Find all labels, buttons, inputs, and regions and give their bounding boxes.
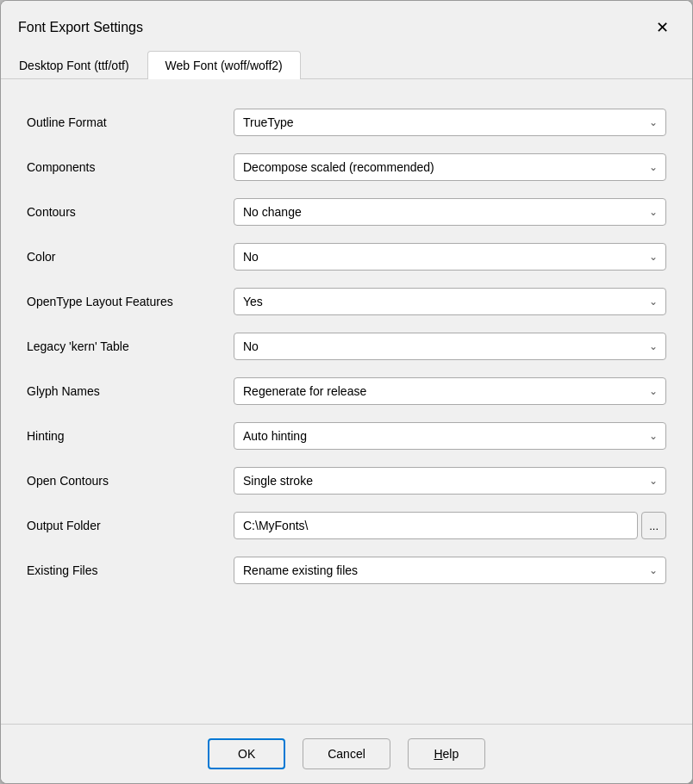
label-outline-format: Outline Format xyxy=(27,115,234,129)
form-row-existing-files: Existing Files Rename existing files Ove… xyxy=(27,548,666,593)
select-opentype-layout[interactable]: Yes No xyxy=(234,288,666,315)
dialog-footer: OK Cancel Help xyxy=(1,724,692,783)
control-existing-files: Rename existing files Overwrite Skip ⌄ xyxy=(234,557,666,584)
form-row-color: Color No Yes ⌄ xyxy=(27,234,666,279)
select-open-contours[interactable]: Single stroke Closed contours xyxy=(234,467,666,495)
control-contours: No change Convert to TrueType curves Con… xyxy=(234,198,666,226)
label-open-contours: Open Contours xyxy=(27,474,234,488)
control-outline-format: TrueType CFF CFF2 ⌄ xyxy=(234,109,666,136)
tab-desktop-font[interactable]: Desktop Font (ttf/otf) xyxy=(1,51,147,79)
select-contours[interactable]: No change Convert to TrueType curves Con… xyxy=(234,198,666,226)
form-row-hinting: Hinting Auto hinting No hinting Keep exi… xyxy=(27,414,666,458)
form-row-opentype-layout: OpenType Layout Features Yes No ⌄ xyxy=(27,279,666,324)
select-wrapper-opentype-layout: Yes No ⌄ xyxy=(234,288,666,315)
form-row-output-folder: Output Folder ... xyxy=(27,503,666,548)
control-open-contours: Single stroke Closed contours ⌄ xyxy=(234,467,666,495)
control-legacy-kern: No Yes ⌄ xyxy=(234,333,666,360)
select-glyph-names[interactable]: Regenerate for release Keep None xyxy=(234,377,666,405)
form-content: Outline Format TrueType CFF CFF2 ⌄ Compo… xyxy=(1,79,692,724)
ok-button[interactable]: OK xyxy=(208,738,285,769)
select-wrapper-outline-format: TrueType CFF CFF2 ⌄ xyxy=(234,109,666,136)
help-underline-letter: H xyxy=(434,747,442,761)
browse-button[interactable]: ... xyxy=(641,512,666,539)
dialog-title: Font Export Settings xyxy=(18,20,143,35)
output-folder-row: ... xyxy=(234,512,666,539)
select-wrapper-components: Decompose scaled (recommended) Keep Deco… xyxy=(234,153,666,181)
label-color: Color xyxy=(27,250,234,264)
output-folder-input[interactable] xyxy=(234,512,638,539)
select-wrapper-hinting: Auto hinting No hinting Keep existing ⌄ xyxy=(234,422,666,450)
label-existing-files: Existing Files xyxy=(27,563,234,577)
control-color: No Yes ⌄ xyxy=(234,243,666,271)
select-wrapper-open-contours: Single stroke Closed contours ⌄ xyxy=(234,467,666,495)
select-legacy-kern[interactable]: No Yes xyxy=(234,333,666,360)
form-row-components: Components Decompose scaled (recommended… xyxy=(27,145,666,190)
form-section: Outline Format TrueType CFF CFF2 ⌄ Compo… xyxy=(27,100,666,593)
select-hinting[interactable]: Auto hinting No hinting Keep existing xyxy=(234,422,666,450)
label-components: Components xyxy=(27,160,234,174)
control-glyph-names: Regenerate for release Keep None ⌄ xyxy=(234,377,666,405)
control-components: Decompose scaled (recommended) Keep Deco… xyxy=(234,153,666,181)
select-components[interactable]: Decompose scaled (recommended) Keep Deco… xyxy=(234,153,666,181)
select-wrapper-legacy-kern: No Yes ⌄ xyxy=(234,333,666,360)
select-wrapper-existing-files: Rename existing files Overwrite Skip ⌄ xyxy=(234,557,666,584)
label-output-folder: Output Folder xyxy=(27,519,234,532)
form-row-contours: Contours No change Convert to TrueType c… xyxy=(27,190,666,234)
dialog: Font Export Settings ✕ Desktop Font (ttf… xyxy=(0,0,693,784)
label-opentype-layout: OpenType Layout Features xyxy=(27,295,234,308)
select-wrapper-color: No Yes ⌄ xyxy=(234,243,666,271)
select-existing-files[interactable]: Rename existing files Overwrite Skip xyxy=(234,557,666,584)
label-glyph-names: Glyph Names xyxy=(27,384,234,398)
label-contours: Contours xyxy=(27,205,234,219)
select-color[interactable]: No Yes xyxy=(234,243,666,271)
label-hinting: Hinting xyxy=(27,429,234,443)
tab-web-font[interactable]: Web Font (woff/woff2) xyxy=(147,51,301,79)
control-hinting: Auto hinting No hinting Keep existing ⌄ xyxy=(234,422,666,450)
control-output-folder: ... xyxy=(234,512,666,539)
help-button[interactable]: Help xyxy=(408,738,485,769)
select-wrapper-glyph-names: Regenerate for release Keep None ⌄ xyxy=(234,377,666,405)
title-bar: Font Export Settings ✕ xyxy=(1,1,692,40)
help-rest-label: elp xyxy=(443,747,459,761)
label-legacy-kern: Legacy 'kern' Table xyxy=(27,339,234,353)
control-opentype-layout: Yes No ⌄ xyxy=(234,288,666,315)
form-row-legacy-kern: Legacy 'kern' Table No Yes ⌄ xyxy=(27,324,666,369)
form-row-outline-format: Outline Format TrueType CFF CFF2 ⌄ xyxy=(27,100,666,145)
tab-bar: Desktop Font (ttf/otf) Web Font (woff/wo… xyxy=(1,51,692,79)
select-wrapper-contours: No change Convert to TrueType curves Con… xyxy=(234,198,666,226)
form-row-glyph-names: Glyph Names Regenerate for release Keep … xyxy=(27,369,666,414)
cancel-button[interactable]: Cancel xyxy=(303,738,390,769)
form-row-open-contours: Open Contours Single stroke Closed conto… xyxy=(27,458,666,503)
select-outline-format[interactable]: TrueType CFF CFF2 xyxy=(234,109,666,136)
close-button[interactable]: ✕ xyxy=(649,15,675,40)
